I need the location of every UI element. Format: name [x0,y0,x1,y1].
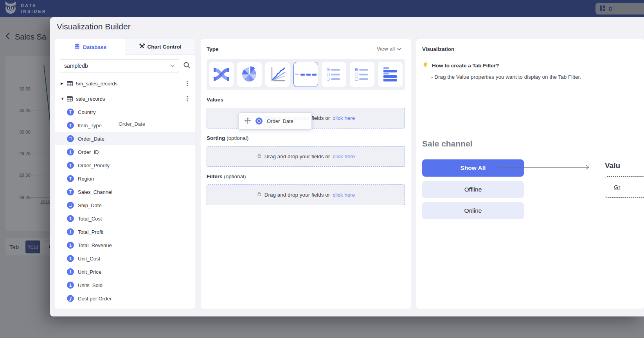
annotation-dashed-box: Gr [605,176,644,198]
field-label: Total_Profit [78,229,103,235]
table-tree: ▶ 5m_sales_records ▼ sale_records TCount… [55,77,195,305]
dashboard-button[interactable]: D [595,3,644,14]
number-field-icon: 1 [67,228,74,235]
chart-type-pie[interactable] [237,62,262,87]
field-label: Unit_Cost [78,256,100,262]
annotation-link[interactable]: Gr [614,184,621,190]
field-row[interactable]: 1Unit_Cost [55,252,195,265]
click-here-link[interactable]: click here [333,115,355,121]
offline-button[interactable]: Offline [422,181,524,198]
modal-title: Visualization Builder [57,22,131,31]
drag-chip-label: Order_Date [267,118,293,124]
number-field-icon: 1 [67,242,74,249]
chart-config-panel: Type View all [201,39,411,309]
field-label: Order_ID [78,149,99,155]
field-row[interactable]: TSales_Channel [55,185,195,199]
click-here-link[interactable]: click here [333,192,355,198]
text-field-icon: T [67,162,74,169]
chevron-right-icon[interactable]: ▶ [61,81,67,85]
logo-line-2: INSIDER [21,9,47,14]
field-label: Unit_Price [78,269,101,275]
view-all-dropdown[interactable]: View all [377,46,401,52]
app-logo[interactable]: DATA INSIDER [4,1,47,16]
field-label: Order_Date [78,136,104,142]
field-label: Ship_Date [78,202,102,208]
field-label: Item_Type [78,123,102,128]
grab-hand-icon [257,153,262,160]
chevron-down-icon [397,46,401,52]
field-label: Total_Revenue [78,242,112,248]
sorting-section-title: Sorting (optional) [207,135,248,141]
filters-section-title: Filters (optional) [207,174,246,179]
database-select-value: sampledb [64,63,88,69]
date-field-icon [67,202,74,209]
number-field-icon: 1 [67,215,74,222]
number-field-icon: 1 [67,282,74,289]
field-label: Units_Sold [78,282,103,288]
annotation-heading: Valu [605,161,620,170]
chart-type-line[interactable] [265,62,290,87]
field-label: Total_Cost [78,216,102,222]
grab-hand-icon [257,192,262,198]
table-row[interactable]: ▼ sale_records [55,92,195,105]
dashboard-button-label: D [609,6,612,12]
field-row[interactable]: 1Order_ID [55,145,195,159]
chart-type-checkbox-list[interactable] [350,62,374,87]
filters-dropzone[interactable]: Drag and drop your fields or click here [207,184,405,205]
field-row[interactable]: 1Total_Cost [55,212,195,225]
tip-title: How to create a Tab Filter? [432,63,499,69]
sorting-dropzone[interactable]: Drag and drop your fields or click here [207,146,405,167]
chart-type-sankey[interactable] [209,62,234,87]
number-field-icon: 1 [67,268,74,275]
view-all-label: View all [377,46,395,52]
field-label: Sales_Channel [78,189,112,195]
chart-type-list[interactable] [378,62,403,87]
text-field-icon: T [67,175,74,182]
database-select[interactable]: sampledb [60,59,179,72]
chart-type-strip: Tab [207,59,405,90]
click-here-link[interactable]: click here [333,154,355,159]
tab-chart-control[interactable]: Chart Control [125,39,195,55]
table-icon [67,96,73,101]
field-label: Region [78,176,94,182]
number-field-icon: 1 [67,255,74,262]
visualization-builder-modal: Visualization Builder Order_Date Databas… [50,17,644,316]
chart-type-tab-filter-selected[interactable]: Tab [293,62,318,87]
kebab-menu-icon[interactable] [184,78,190,88]
table-row[interactable]: ▶ 5m_sales_records [55,77,195,90]
field-row[interactable]: Ship_Date [55,199,195,212]
field-row[interactable]: ƒCost per Order [55,292,195,305]
tab-database[interactable]: Database [55,39,125,55]
kebab-menu-icon[interactable] [184,94,190,103]
chart-type-radio-list[interactable] [322,62,346,87]
database-panel: Database Chart Control sampledb [55,39,195,309]
date-field-icon [67,135,74,142]
search-icon[interactable] [183,61,191,70]
online-button[interactable]: Online [422,202,524,219]
lightbulb-icon [422,61,428,69]
top-navigation-bar: DATA INSIDER D [0,0,644,17]
text-field-icon: T [67,108,74,116]
field-row[interactable]: 1Total_Profit [55,225,195,239]
text-field-icon: T [67,122,74,129]
tab-database-label: Database [83,44,106,50]
visualization-preview-panel: Visualization How to create a Tab Filter… [416,39,644,309]
tools-icon [139,43,145,50]
visualization-title: Visualization [422,46,454,52]
number-field-icon: 1 [67,148,74,155]
field-row[interactable]: TRegion [55,172,195,185]
chevron-expanded-icon[interactable]: ▼ [61,97,67,101]
field-row[interactable]: 1Total_Revenue [55,239,195,252]
field-row[interactable]: 1Unit_Price [55,265,195,278]
field-row[interactable]: TOrder_Priority [55,159,195,172]
move-icon [244,117,251,125]
panel-tabs: Database Chart Control [55,39,195,55]
database-icon [74,43,80,51]
annotation-arrow [498,164,592,170]
tip-row: How to create a Tab Filter? [422,61,499,69]
field-row[interactable]: TCountry [55,105,195,119]
drag-chip-order-date[interactable]: Order_Date [239,112,312,130]
text-field-icon: T [67,188,74,195]
field-row[interactable]: 1Units_Sold [55,278,195,292]
field-row-dragging[interactable]: Order_Date [55,132,195,145]
